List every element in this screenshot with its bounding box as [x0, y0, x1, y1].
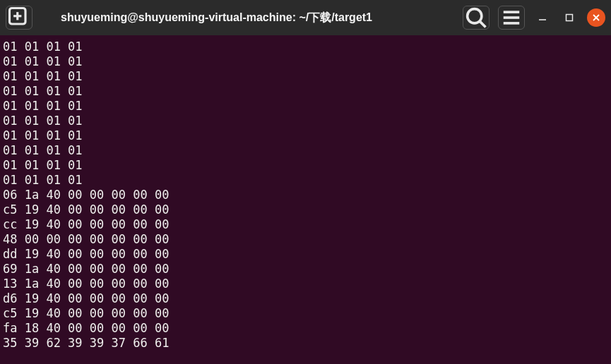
terminal-line: 13 1a 40 00 00 00 00 00: [3, 277, 608, 291]
terminal-line: 35 39 62 39 39 37 66 61: [3, 336, 608, 351]
terminal-line: cc 19 40 00 00 00 00 00: [3, 217, 608, 232]
maximize-icon: [565, 13, 574, 22]
terminal-line: 01 01 01 01: [3, 99, 608, 114]
minimize-icon: [538, 13, 547, 22]
titlebar: shuyueming@shuyueming-virtual-machine: ~…: [0, 0, 611, 35]
svg-line-4: [480, 22, 486, 28]
maximize-button[interactable]: [560, 8, 579, 27]
terminal-line: fa 18 40 00 00 00 00 00: [3, 321, 608, 336]
terminal-line: c5 19 40 00 00 00 00 00: [3, 202, 608, 217]
terminal-line: 48 00 00 00 00 00 00 00: [3, 232, 608, 247]
terminal-line: dd 19 40 00 00 00 00 00: [3, 247, 608, 262]
svg-point-3: [468, 9, 482, 23]
close-button[interactable]: [587, 8, 605, 27]
search-icon: [463, 5, 489, 30]
close-icon: [592, 13, 600, 22]
terminal-line: 01 01 01 01: [3, 54, 608, 69]
minimize-button[interactable]: [533, 8, 552, 27]
terminal-line: 01 01 01 01: [3, 173, 608, 188]
terminal-line: 01 01 01 01: [3, 40, 608, 54]
new-tab-icon: [6, 5, 32, 30]
terminal-line: 01 01 01 01: [3, 128, 608, 143]
terminal-line: 01 01 01 01: [3, 84, 608, 99]
terminal-window: shuyueming@shuyueming-virtual-machine: ~…: [0, 0, 611, 364]
terminal-body[interactable]: 01 01 01 0101 01 01 0101 01 01 0101 01 0…: [0, 35, 611, 364]
terminal-line: 01 01 01 01: [3, 114, 608, 128]
terminal-line: d6 19 40 00 00 00 00 00: [3, 291, 608, 306]
hamburger-icon: [499, 5, 524, 30]
search-button[interactable]: [463, 6, 490, 30]
titlebar-controls: [463, 6, 605, 30]
terminal-line: 69 1a 40 00 00 00 00 00: [3, 262, 608, 277]
terminal-line: c5 19 40 00 00 00 00 00: [3, 306, 608, 321]
window-title: shuyueming@shuyueming-virtual-machine: ~…: [61, 11, 372, 25]
terminal-line: 01 01 01 01: [3, 158, 608, 173]
terminal-line: 06 1a 40 00 00 00 00 00: [3, 188, 608, 202]
menu-button[interactable]: [498, 6, 525, 30]
new-tab-button[interactable]: [6, 6, 32, 30]
terminal-line: 01 01 01 01: [3, 69, 608, 84]
terminal-line: 01 01 01 01: [3, 143, 608, 158]
svg-rect-9: [566, 15, 573, 21]
